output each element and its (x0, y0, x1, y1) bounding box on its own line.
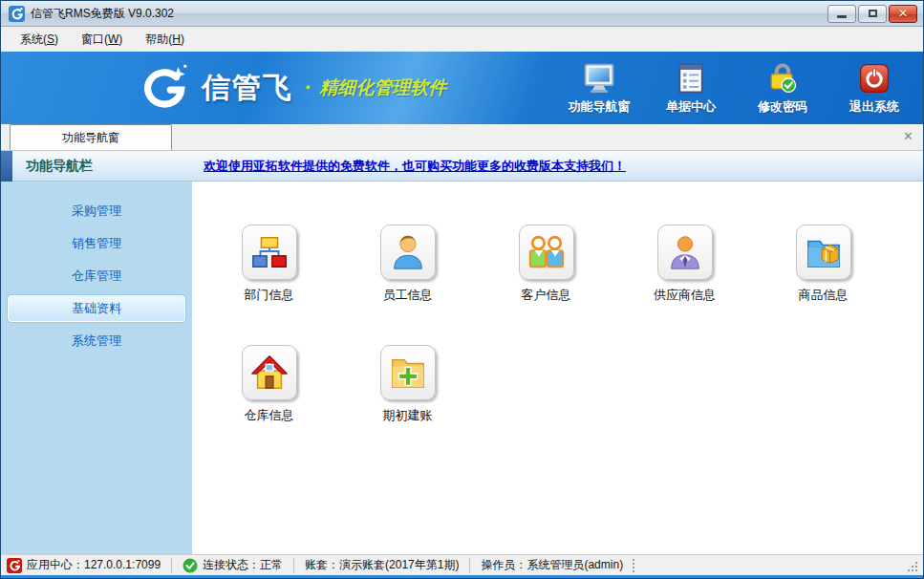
sidebar-item-sales[interactable]: 销售管理 (7, 229, 186, 258)
menu-help[interactable]: 帮助(H) (136, 29, 194, 51)
panel-header: 功能导航栏 欢迎使用亚拓软件提供的免费软件，也可购买功能更多的收费版本支持我们！ (1, 151, 923, 182)
status-separator (293, 558, 294, 573)
tab-strip: 功能导航窗 ✕ (1, 124, 923, 151)
grid-item-goods-info[interactable]: 商品信息 (754, 225, 892, 320)
header-toolbar: 功能导航窗 单据中心 修改密码 (564, 61, 910, 116)
tab-nav-window[interactable]: 功能导航窗 (10, 124, 172, 150)
supplier-icon (665, 232, 705, 272)
tab-close-icon[interactable]: ✕ (903, 129, 913, 143)
title-bar: 信管飞RMS免费版 V9.0.302 ✕ (1, 1, 923, 27)
app-window: 信管飞RMS免费版 V9.0.302 ✕ 系统(S) 窗口(W) 帮助(H) 信… (0, 0, 924, 579)
menu-window[interactable]: 窗口(W) (72, 29, 132, 51)
power-icon (857, 61, 892, 96)
status-separator (171, 558, 172, 573)
goods-icon (804, 232, 844, 272)
status-operator: 操作员：系统管理员(admin) (481, 557, 623, 573)
documents-icon (674, 61, 708, 96)
grid-item-employee-info[interactable]: 员工信息 (338, 225, 477, 320)
status-drag-handle[interactable] (633, 559, 634, 572)
close-icon: ✕ (898, 8, 908, 19)
app-logo-icon (9, 6, 25, 22)
toolbar-change-password-button[interactable]: 修改密码 (747, 61, 818, 116)
sidebar-item-purchase[interactable]: 采购管理 (7, 197, 186, 225)
customers-icon (526, 232, 567, 272)
brand-name: 信管飞 (202, 69, 293, 108)
main-panel: 部门信息 员工信息 (192, 182, 923, 554)
sidebar-item-system[interactable]: 系统管理 (7, 327, 186, 355)
brand: 信管飞 · 精细化管理软件 (133, 63, 446, 113)
app-center-icon (7, 558, 22, 573)
resize-grip-icon[interactable] (907, 561, 919, 573)
minimize-button[interactable] (827, 5, 856, 23)
status-bar: 应用中心：127.0.0.1:7099 连接状态：正常 账套：演示账套(2017… (1, 554, 923, 578)
status-app-center: 应用中心：127.0.0.1:7099 (7, 557, 161, 573)
toolbar-exit-button[interactable]: 退出系统 (839, 61, 910, 116)
brand-tagline: 精细化管理软件 (319, 75, 446, 100)
grid-item-supplier-info[interactable]: 供应商信息 (615, 225, 754, 320)
menu-bar: 系统(S) 窗口(W) 帮助(H) (1, 27, 923, 52)
new-account-icon (388, 353, 428, 393)
panel-accent-block (1, 151, 12, 182)
welcome-link[interactable]: 欢迎使用亚拓软件提供的免费软件，也可购买功能更多的收费版本支持我们！ (204, 158, 626, 175)
toolbar-nav-window-button[interactable]: 功能导航窗 (564, 61, 634, 116)
status-account: 账套：演示账套(2017年第1期) (305, 557, 459, 573)
status-ok-icon (183, 558, 198, 573)
monitor-icon (582, 61, 616, 96)
warehouse-icon (249, 353, 290, 393)
brand-logo-icon (133, 63, 192, 113)
grid-item-customer-info[interactable]: 客户信息 (477, 225, 615, 320)
grid-item-initial-account[interactable]: 期初建账 (338, 345, 477, 440)
grid-item-warehouse-info[interactable]: 仓库信息 (200, 345, 338, 440)
maximize-icon (869, 10, 877, 17)
close-button[interactable]: ✕ (889, 5, 917, 23)
panel-title: 功能导航栏 (26, 158, 186, 175)
nav-sidebar: 采购管理 销售管理 仓库管理 基础资料 系统管理 (1, 182, 192, 554)
grid-item-department-info[interactable]: 部门信息 (200, 225, 338, 320)
menu-system[interactable]: 系统(S) (11, 29, 68, 51)
lock-icon (765, 61, 800, 96)
status-connection: 连接状态：正常 (183, 557, 283, 573)
brand-separator: · (305, 75, 312, 100)
content-body: 采购管理 销售管理 仓库管理 基础资料 系统管理 部门信息 (1, 182, 923, 554)
minimize-icon (837, 15, 847, 18)
employee-icon (388, 232, 428, 272)
sidebar-item-warehouse[interactable]: 仓库管理 (7, 262, 186, 290)
sidebar-item-basic-data[interactable]: 基础资料 (7, 294, 186, 323)
maximize-button[interactable] (858, 5, 887, 23)
app-header: 信管飞 · 精细化管理软件 功能导航窗 (1, 52, 923, 124)
window-title: 信管飞RMS免费版 V9.0.302 (31, 6, 827, 22)
org-chart-icon (249, 232, 290, 272)
toolbar-document-center-button[interactable]: 单据中心 (655, 61, 726, 116)
status-separator (469, 558, 470, 573)
icon-grid: 部门信息 员工信息 (200, 225, 923, 440)
